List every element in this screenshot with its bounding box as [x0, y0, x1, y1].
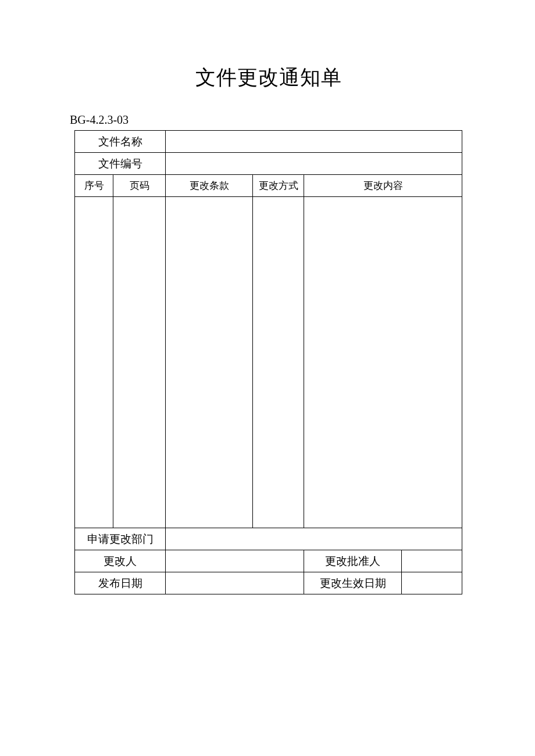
- label-changer: 更改人: [75, 550, 166, 572]
- label-file-name: 文件名称: [75, 131, 166, 153]
- label-effective-date: 更改生效日期: [304, 572, 402, 594]
- label-dept: 申请更改部门: [75, 528, 166, 550]
- header-seq: 序号: [75, 175, 113, 197]
- cell-content: [304, 197, 462, 528]
- value-file-name: [166, 131, 462, 153]
- header-clause: 更改条款: [166, 175, 253, 197]
- label-issue-date: 发布日期: [75, 572, 166, 594]
- header-page: 页码: [113, 175, 166, 197]
- cell-clause: [166, 197, 253, 528]
- value-dept: [166, 528, 462, 550]
- cell-seq: [75, 197, 113, 528]
- value-file-number: [166, 153, 462, 175]
- cell-method: [253, 197, 304, 528]
- cell-page: [113, 197, 166, 528]
- label-approver: 更改批准人: [304, 550, 402, 572]
- change-notice-table: 文件名称 文件编号 序号 页码 更改条款 更改方式 更改内容: [74, 130, 462, 594]
- value-changer: [166, 550, 304, 572]
- value-issue-date: [166, 572, 304, 594]
- label-file-number: 文件编号: [75, 153, 166, 175]
- document-code: BG-4.2.3-03: [70, 113, 462, 127]
- value-effective-date: [402, 572, 462, 594]
- header-method: 更改方式: [253, 175, 304, 197]
- value-approver: [402, 550, 462, 572]
- header-content: 更改内容: [304, 175, 462, 197]
- document-title: 文件更改通知单: [74, 64, 462, 91]
